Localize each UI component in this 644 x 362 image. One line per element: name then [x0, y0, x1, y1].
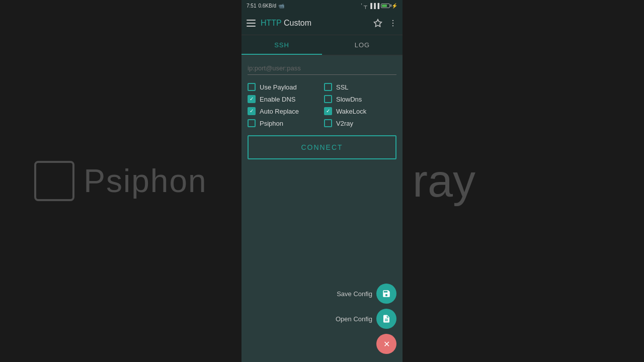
label-psiphon: Psiphon: [260, 120, 283, 127]
label-slow-dns: SlowDns: [336, 96, 362, 103]
status-time: 7:51: [247, 3, 256, 9]
server-input-container: [248, 63, 396, 75]
status-data: 0.6KB/d: [258, 3, 276, 9]
menu-button[interactable]: [247, 20, 256, 27]
hamburger-line-2: [247, 23, 256, 24]
tab-log[interactable]: LOG: [322, 35, 403, 55]
background-left: Psiphon: [0, 0, 242, 362]
more-button[interactable]: [388, 19, 397, 28]
close-button[interactable]: ✕: [376, 334, 396, 354]
label-v2ray: V2ray: [336, 120, 353, 127]
background-right: ray: [403, 0, 644, 362]
label-wakelock: WakeLock: [336, 108, 366, 115]
battery-fill: [382, 5, 387, 7]
fab-close: ✕: [376, 334, 396, 354]
option-auto-replace[interactable]: Auto Replace: [248, 107, 320, 115]
bt-icon: ’: [361, 3, 362, 9]
charge-icon: ⚡: [391, 3, 397, 9]
bg-ray-text: ray: [413, 155, 475, 207]
status-right: ’ ┬ ▐▐▐ ⚡: [361, 3, 397, 9]
signal-icon: ▐▐▐: [369, 3, 379, 9]
checkbox-v2ray[interactable]: [324, 119, 332, 127]
options-grid: Use Payload SSL Enable DNS SlowDns Auto …: [248, 83, 396, 127]
app-title: HTTP Custom: [261, 19, 311, 28]
status-left: 7:51 0.6KB/d 📹: [247, 3, 284, 9]
fab-open-config: Open Config: [336, 309, 396, 329]
app-bar: HTTP Custom: [242, 11, 403, 35]
checkbox-slow-dns[interactable]: [324, 95, 332, 103]
open-config-button[interactable]: [376, 309, 396, 329]
title-custom: Custom: [284, 19, 311, 27]
video-icon: 📹: [278, 3, 284, 9]
save-config-label: Save Config: [337, 290, 372, 298]
save-config-button[interactable]: [376, 284, 396, 304]
checkbox-auto-replace[interactable]: [248, 107, 256, 115]
tabs: SSH LOG: [242, 35, 403, 55]
option-psiphon[interactable]: Psiphon: [248, 119, 320, 127]
tab-ssh[interactable]: SSH: [242, 35, 322, 55]
option-ssl[interactable]: SSL: [324, 83, 396, 91]
fab-container: Save Config Open Config ✕: [336, 284, 396, 354]
svg-point-2: [392, 22, 393, 23]
label-ssl: SSL: [336, 83, 349, 91]
option-wakelock[interactable]: WakeLock: [324, 107, 396, 115]
bug-button[interactable]: [373, 19, 382, 28]
main-content: Use Payload SSL Enable DNS SlowDns Auto …: [242, 55, 403, 362]
option-use-payload[interactable]: Use Payload: [248, 83, 320, 91]
open-config-label: Open Config: [336, 315, 372, 323]
checkbox-ssl[interactable]: [324, 83, 332, 91]
checkbox-wakelock[interactable]: [324, 107, 332, 115]
option-slow-dns[interactable]: SlowDns: [324, 95, 396, 103]
svg-point-3: [392, 25, 393, 26]
app-bar-left: HTTP Custom: [247, 19, 311, 28]
app-bar-right: [373, 19, 397, 28]
option-enable-dns[interactable]: Enable DNS: [248, 95, 320, 103]
svg-point-1: [392, 20, 393, 21]
server-input[interactable]: [248, 64, 396, 72]
battery-icon: [381, 4, 390, 8]
svg-marker-0: [374, 19, 382, 26]
checkbox-enable-dns[interactable]: [248, 95, 256, 103]
checkbox-use-payload[interactable]: [248, 83, 256, 91]
checkbox-psiphon[interactable]: [248, 119, 256, 127]
label-enable-dns: Enable DNS: [260, 96, 296, 103]
title-http: HTTP: [261, 19, 281, 27]
status-bar: 7:51 0.6KB/d 📹 ’ ┬ ▐▐▐ ⚡: [242, 0, 403, 11]
option-v2ray[interactable]: V2ray: [324, 119, 396, 127]
wifi-icon: ┬: [364, 3, 367, 9]
connect-button[interactable]: CONNECT: [248, 135, 396, 159]
phone-frame: 7:51 0.6KB/d 📹 ’ ┬ ▐▐▐ ⚡ HTTP Custom: [242, 0, 403, 362]
hamburger-line-3: [247, 26, 256, 27]
fab-save-config: Save Config: [337, 284, 396, 304]
bg-psiphon-text: Psiphon: [84, 162, 207, 200]
hamburger-line-1: [247, 20, 256, 21]
label-use-payload: Use Payload: [260, 83, 297, 91]
label-auto-replace: Auto Replace: [260, 108, 299, 115]
bg-square: [34, 161, 74, 201]
